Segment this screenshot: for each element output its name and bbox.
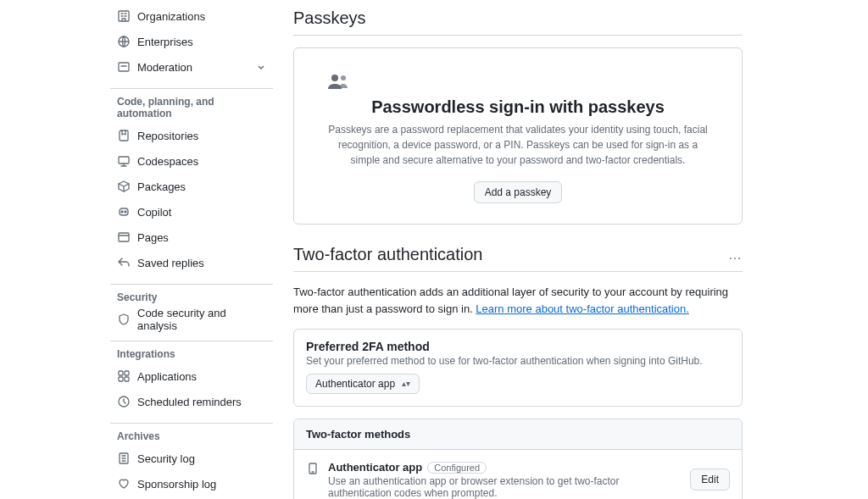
sidebar-item-label: Copilot <box>137 206 171 219</box>
twofa-methods-panel: Two-factor methods Authenticator app Con… <box>293 419 743 499</box>
log-icon <box>117 452 131 465</box>
preferred-2fa-title: Preferred 2FA method <box>306 340 730 353</box>
svg-rect-8 <box>119 371 123 375</box>
sidebar-item-label: Codespaces <box>137 155 198 168</box>
section-title-passkeys: Passkeys <box>293 8 743 36</box>
sidebar-item-label: Organizations <box>137 10 205 23</box>
codespaces-icon <box>117 154 131 168</box>
package-icon <box>117 180 131 193</box>
preferred-2fa-box: Preferred 2FA method Set your preferred … <box>293 329 743 407</box>
method-sub: Use an authentication app or browser ext… <box>328 475 682 499</box>
twofa-method-row: Authenticator app Configured Use an auth… <box>294 450 742 499</box>
globe-icon <box>117 35 131 48</box>
section-title-2fa: Two-factor authentication <box>293 245 482 264</box>
sidebar-item-scheduled-reminders[interactable]: Scheduled reminders <box>110 389 273 414</box>
sidebar-item-label: Packages <box>137 180 186 193</box>
sidebar-item-label: Pages <box>137 231 169 244</box>
sidebar-item-label: Repositories <box>137 130 198 142</box>
sidebar-group-header: Security <box>110 284 273 307</box>
twofa-description: Two-factor authentication adds an additi… <box>293 284 743 317</box>
sidebar-item-label: Applications <box>137 370 197 383</box>
svg-rect-0 <box>119 11 129 21</box>
copilot-icon <box>117 205 131 219</box>
svg-point-14 <box>331 75 338 81</box>
preferred-2fa-select[interactable]: Authenticator app ▴▾ <box>306 374 420 394</box>
sidebar-item-moderation[interactable]: Moderation <box>110 54 273 80</box>
method-edit-button[interactable]: Edit <box>690 469 730 491</box>
sidebar-group-header: Archives <box>110 423 273 446</box>
sidebar-item-security-log[interactable]: Security log <box>110 446 273 471</box>
twofa-methods-header: Two-factor methods <box>294 419 742 450</box>
preferred-2fa-sub: Set your preferred method to use for two… <box>306 355 730 367</box>
sidebar-item-label: Sponsorship log <box>137 478 216 491</box>
method-badge: Configured <box>427 462 487 474</box>
sidebar-item-packages[interactable]: Packages <box>110 174 273 199</box>
settings-main: Passkeys Passwordless sign-in with passk… <box>273 0 756 499</box>
sidebar-item-copilot[interactable]: Copilot <box>110 199 273 225</box>
sidebar-item-label: Enterprises <box>137 36 193 48</box>
twofa-menu-button[interactable]: … <box>728 247 743 263</box>
svg-point-5 <box>121 211 123 213</box>
add-passkey-button[interactable]: Add a passkey <box>474 181 563 203</box>
sidebar-item-code-security-and-analysis[interactable]: Code security and analysis <box>110 307 273 332</box>
sidebar-item-repositories[interactable]: Repositories <box>110 123 273 148</box>
passkeys-hero-panel: Passwordless sign-in with passkeys Passk… <box>293 47 743 225</box>
passkey-icon <box>328 74 708 89</box>
reply-icon <box>117 256 131 269</box>
sidebar-item-sponsorship-log[interactable]: Sponsorship log <box>110 471 273 496</box>
svg-rect-11 <box>125 377 129 381</box>
sidebar-group-header: Code, planning, and automation <box>110 88 273 123</box>
device-icon <box>306 462 320 475</box>
shield-icon <box>117 313 131 326</box>
repo-icon <box>117 129 131 142</box>
sidebar-group-header: Integrations <box>110 341 273 363</box>
heart-icon <box>117 477 131 491</box>
sidebar-item-applications[interactable]: Applications <box>110 363 273 389</box>
svg-rect-9 <box>125 371 129 375</box>
sidebar-item-pages[interactable]: Pages <box>110 225 273 250</box>
pages-icon <box>117 230 131 244</box>
svg-rect-7 <box>119 233 129 241</box>
org-icon <box>117 9 131 23</box>
sidebar-item-label: Security log <box>137 452 195 465</box>
sidebar-item-organizations[interactable]: Organizations <box>110 3 273 29</box>
sidebar-item-label: Saved replies <box>137 257 204 269</box>
svg-point-6 <box>125 211 126 213</box>
sidebar-item-label: Code security and analysis <box>137 307 266 332</box>
passkeys-hero-title: Passwordless sign-in with passkeys <box>328 97 708 117</box>
svg-rect-10 <box>119 377 123 381</box>
clock-icon <box>117 395 131 408</box>
passkeys-hero-desc: Passkeys are a password replacement that… <box>328 122 708 168</box>
sidebar-item-enterprises[interactable]: Enterprises <box>110 29 273 54</box>
apps-icon <box>117 369 131 383</box>
sidebar-item-codespaces[interactable]: Codespaces <box>110 148 273 174</box>
sidebar-item-label: Scheduled reminders <box>137 396 242 408</box>
sidebar-item-saved-replies[interactable]: Saved replies <box>110 250 273 275</box>
chevron-down-icon <box>256 62 266 72</box>
svg-point-15 <box>341 75 346 80</box>
nav-top-group: Organizations Enterprises Moderation <box>110 3 273 80</box>
twofa-learn-link[interactable]: Learn more about two-factor authenticati… <box>476 302 688 315</box>
method-name: Authenticator app Configured <box>328 461 487 474</box>
svg-rect-3 <box>119 157 129 164</box>
settings-sidebar: Organizations Enterprises Moderation Cod… <box>110 0 273 499</box>
select-chevron-icon: ▴▾ <box>402 380 410 388</box>
svg-rect-2 <box>119 63 129 71</box>
sidebar-item-label: Moderation <box>137 61 192 74</box>
moderation-icon <box>117 60 131 74</box>
